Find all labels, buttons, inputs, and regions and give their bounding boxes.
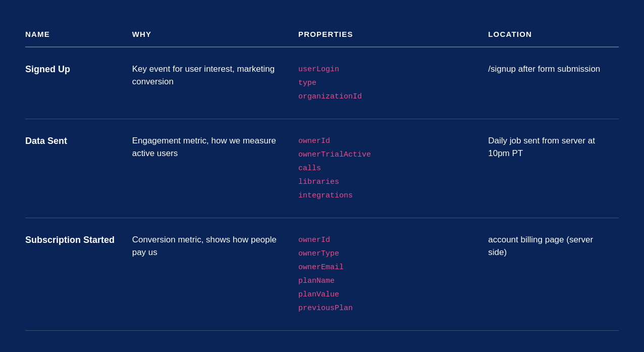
cell-name: Data Sent xyxy=(25,119,132,218)
cell-name: Signed Up xyxy=(25,47,132,119)
cell-location: Daily job sent from server at 10pm PT xyxy=(488,119,619,218)
table-row: Subscription StartedConversion metric, s… xyxy=(25,218,619,330)
property-item: ownerEmail xyxy=(298,261,478,274)
table-row: Data SentEngagement metric, how we measu… xyxy=(25,119,619,218)
property-item: ownerType xyxy=(298,247,478,261)
header-location: LOCATION xyxy=(488,22,619,47)
cell-name: Subscription Started xyxy=(25,218,132,330)
property-item: userLogin xyxy=(298,63,478,76)
header-why: WHY xyxy=(132,22,298,47)
property-item: ownerId xyxy=(298,134,478,148)
property-item: type xyxy=(298,76,478,90)
cell-why: Key event for user interest, marketing c… xyxy=(132,47,298,119)
cell-properties: userLogintypeorganizationId xyxy=(298,47,488,119)
property-item: integrations xyxy=(298,189,478,203)
cell-why: Conversion metric, shows how people pay … xyxy=(132,218,298,330)
property-item: previousPlan xyxy=(298,301,478,315)
header-name: NAME xyxy=(25,22,132,47)
property-item: calls xyxy=(298,162,478,175)
events-table-container: NAME WHY PROPERTIES LOCATION Signed UpKe… xyxy=(25,22,619,331)
property-item: ownerId xyxy=(298,233,478,247)
table-row: Signed UpKey event for user interest, ma… xyxy=(25,47,619,119)
property-item: organizationId xyxy=(298,90,478,104)
header-properties: PROPERTIES xyxy=(298,22,488,47)
cell-location: account billing page (server side) xyxy=(488,218,619,330)
cell-why: Engagement metric, how we measure active… xyxy=(132,119,298,218)
property-item: ownerTrialActive xyxy=(298,148,478,162)
property-item: libraries xyxy=(298,175,478,189)
cell-properties: ownerIdownerTypeownerEmailplanNameplanVa… xyxy=(298,218,488,330)
table-header-row: NAME WHY PROPERTIES LOCATION xyxy=(25,22,619,47)
cell-properties: ownerIdownerTrialActivecallslibrariesint… xyxy=(298,119,488,218)
events-table: NAME WHY PROPERTIES LOCATION Signed UpKe… xyxy=(25,22,619,331)
property-item: planValue xyxy=(298,288,478,301)
cell-location: /signup after form submission xyxy=(488,47,619,119)
property-item: planName xyxy=(298,274,478,288)
